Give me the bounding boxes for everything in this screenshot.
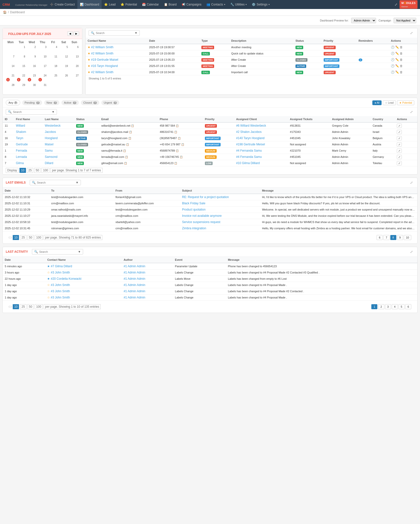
cal-day-26[interactable]: 26 (59, 73, 69, 82)
nav-lead[interactable]: ⭐ Lead (102, 0, 118, 9)
cal-day-1[interactable]: 1 (16, 45, 26, 54)
dashboard-header: Dashboard Preview for: Admin Admin Campa… (0, 16, 420, 25)
followups-tbody: ★ #2 William Smith 2025-07-19 19:00:57 M… (86, 44, 417, 75)
view-potential-btn[interactable]: ★ Potential (397, 100, 414, 105)
cal-day-18[interactable]: 18 (48, 64, 58, 73)
emails-page-7[interactable]: 7 (383, 235, 389, 240)
cal-day-27[interactable]: 27 (69, 73, 80, 82)
campaign-select[interactable]: Not Applied (394, 18, 416, 23)
breadcrumb-current: Dashboard (10, 10, 25, 14)
cal-day-3[interactable]: 3 (37, 45, 48, 54)
table-row: 16 Taryn Hoogland ACTIVE taryn@hoogland.… (3, 135, 417, 141)
nav-settings[interactable]: ⚙️ Settings ▾ (249, 0, 272, 9)
cal-day-29[interactable]: 29 (16, 83, 26, 92)
contacts-expand-btn[interactable]: ⤢ (409, 109, 414, 114)
nav-calendar[interactable]: 📅 Calendar (140, 0, 161, 9)
emails-search-input[interactable] (37, 181, 74, 184)
table-row: 2025-12-02 11:10:31 crm@mailbox.com lave… (3, 200, 417, 207)
cal-day-28[interactable]: 28 (5, 83, 15, 92)
filter-tab-urgent[interactable]: Urgent ? (101, 100, 120, 105)
activity-page-3[interactable]: 3 (385, 304, 391, 309)
filter-tab-any[interactable]: Any ? (6, 100, 20, 105)
expand-nav-icon[interactable]: ⤢ (395, 2, 398, 6)
followups-search-input[interactable] (96, 31, 133, 34)
cal-day-6[interactable]: 6 (69, 45, 80, 54)
nav-campaigns[interactable]: 📢 Campaigns (179, 0, 204, 9)
view-all-btn[interactable]: ● All (372, 100, 382, 105)
contacts-per-page: Display 10 25 50 100 per page. Showing 1… (3, 166, 417, 174)
table-row: 2025-12-02 10:58:10 test@modulesgarden.c… (3, 219, 417, 225)
cal-day-13[interactable]: 13 (69, 54, 80, 63)
cal-day-25[interactable]: 25 (48, 73, 58, 82)
emails-title: LAST EMAILS (6, 181, 26, 184)
nav-utilities[interactable]: 🔧 Utilities ▾ (228, 0, 250, 9)
cal-day-24[interactable]: 241 (37, 73, 48, 82)
cal-day-15[interactable]: 15 (16, 64, 26, 73)
cal-day-9[interactable]: 9 (27, 54, 37, 63)
filter-tab-closed[interactable]: Closed ? (81, 100, 99, 105)
table-row: 11 Willard Westerbeck NEW willard@wester… (3, 122, 417, 129)
filter-tab-active[interactable]: Active ? (61, 100, 79, 105)
cal-day-19[interactable]: 19 (59, 64, 69, 73)
followups-header: FOLLOW-UPS FOR JULY 2025 ◀ ▶ (3, 28, 82, 39)
nav-create-contact[interactable]: ➕ Create Contact (47, 0, 77, 9)
cal-day-23[interactable]: 232 (27, 73, 37, 82)
view-lead-btn[interactable]: ☆ Lead (383, 100, 396, 105)
nav-contacts[interactable]: 👥 Contacts ▾ (204, 0, 228, 9)
cal-prev-btn[interactable]: ◀ (67, 31, 73, 36)
activity-pagination: 1 2 3 4 5 6 (368, 302, 414, 311)
nav-potential[interactable]: ⭐ Potential (118, 0, 140, 9)
filter-tab-pending[interactable]: Pending ? (22, 100, 42, 105)
activity-filter-icon[interactable]: ▼ (78, 250, 81, 254)
followups-filter-icon[interactable]: ▼ (135, 31, 138, 35)
filter-tab-new[interactable]: New ? (44, 100, 60, 105)
search-icon: 🔍 (91, 31, 95, 35)
nav-board[interactable]: 📋 Board (161, 0, 179, 9)
followups-showing: Showing 1 to 5 of 5 entries (86, 75, 417, 81)
emails-page-8[interactable]: 8 (390, 235, 396, 240)
contacts-search-input[interactable] (13, 110, 50, 113)
cal-day-21[interactable]: 211 (5, 73, 15, 82)
cal-day-11[interactable]: 11 (48, 54, 58, 63)
main-content: FOLLOW-UPS FOR JULY 2025 ◀ ▶ Mon Tue Wed… (0, 25, 420, 318)
activity-expand-btn[interactable]: ⤢ (409, 249, 414, 254)
followups-toolbar: 🔍 ▼ ⤢ (86, 28, 417, 38)
emails-page-10[interactable]: 10 (404, 235, 411, 240)
cal-day-5[interactable]: 5 (59, 45, 69, 54)
emails-section-card: LAST EMAILS 🔍 ▼ ⤢ Date To From Subject M… (2, 178, 418, 244)
home-icon[interactable]: 🏠 (3, 10, 7, 14)
activity-search-input[interactable] (39, 250, 77, 253)
cal-day-30[interactable]: 30 (27, 83, 37, 92)
admin-select[interactable]: Admin Admin (351, 18, 376, 23)
emails-page-9[interactable]: 9 (397, 235, 403, 240)
cal-day-12[interactable]: 12 (59, 54, 69, 63)
cal-day-31[interactable]: 31 (37, 83, 48, 92)
cal-next-btn[interactable]: ▶ (74, 31, 79, 36)
cal-day-8[interactable]: 8 (16, 54, 26, 63)
followups-expand-btn[interactable]: ⤢ (409, 30, 414, 35)
activity-page-2[interactable]: 2 (378, 304, 384, 309)
emails-expand-btn[interactable]: ⤢ (409, 180, 414, 185)
emails-filter-icon[interactable]: ▼ (76, 181, 79, 184)
activity-page-1[interactable]: 1 (371, 304, 377, 309)
contacts-thead: ID First Name Last Name Status Email Pho… (3, 116, 417, 122)
cal-day-7[interactable]: 7 (5, 54, 15, 63)
activity-page-5[interactable]: 5 (399, 304, 405, 309)
breadcrumb: 🏠 / Dashboard (0, 9, 420, 16)
contacts-filter-icon[interactable]: ▼ (52, 110, 55, 114)
activity-section-card: LAST ACTIVITY 🔍 ▼ ⤢ Date Contact Name Au… (2, 247, 418, 313)
cal-day-10[interactable]: 10 (37, 54, 48, 63)
cal-day-22[interactable]: 221 (16, 73, 26, 82)
cal-day-4[interactable]: 4 (48, 45, 58, 54)
followups-header-row: Contact Name Date Type Description Statu… (86, 38, 417, 44)
emails-page-6[interactable]: 6 (377, 235, 383, 240)
cal-day-2[interactable]: 2 (27, 45, 37, 54)
cal-day-16[interactable]: 16 (27, 64, 37, 73)
cal-day-14[interactable]: 14 (5, 64, 15, 73)
activity-page-6[interactable]: 6 (405, 304, 411, 309)
cal-day-17[interactable]: 17 (37, 64, 48, 73)
cal-day-20[interactable]: 20 (69, 64, 80, 73)
nav-dashboard[interactable]: 📊 Dashboard (77, 0, 102, 9)
activity-page-4[interactable]: 4 (392, 304, 398, 309)
emails-thead: Date To From Subject Message (3, 188, 417, 194)
